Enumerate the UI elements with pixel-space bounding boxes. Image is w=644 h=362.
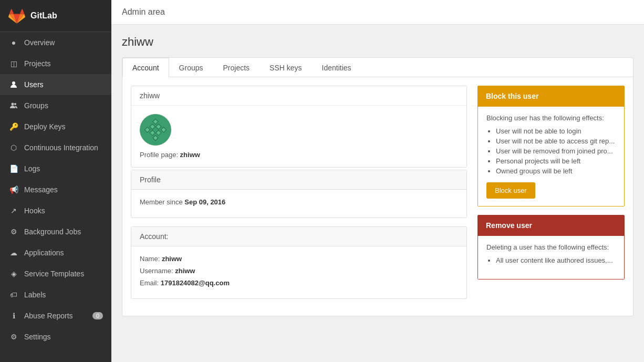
account-panel-header: Account:	[131, 227, 466, 246]
block-effect-3: User will be removed from joined pro...	[496, 147, 616, 155]
profile-link-username: zhiww	[180, 151, 200, 159]
sidebar-item-hooks[interactable]: ↗ Hooks	[0, 200, 111, 221]
remove-user-description: Deleting a user has the following effect…	[486, 243, 616, 251]
remove-user-panel: Remove user Deleting a user has the foll…	[477, 215, 625, 280]
block-user-panel-body: Blocking user has the following effects:…	[477, 107, 625, 206]
sidebar-item-label: Applications	[24, 249, 103, 257]
sidebar: GitLab ● Overview ◫ Projects Users Group…	[0, 0, 111, 362]
profile-panel-body: Member since Sep 09, 2016	[131, 190, 466, 218]
profile-panel-header: Profile	[131, 170, 466, 190]
sidebar-item-label: Overview	[24, 38, 103, 47]
labels-icon: 🏷	[8, 289, 19, 300]
user-avatar	[140, 114, 171, 146]
sidebar-item-label: Logs	[24, 164, 103, 173]
remove-user-panel-body: Deleting a user has the following effect…	[477, 236, 625, 280]
tabs-bar: Account Groups Projects SSH keys Identit…	[122, 58, 633, 77]
page-header: Admin area	[111, 0, 644, 25]
background-jobs-icon: ⚙	[8, 226, 19, 237]
sidebar-item-label: Deploy Keys	[24, 122, 103, 131]
sidebar-item-label: Continuous Integration	[24, 143, 103, 152]
ci-icon: ⬡	[8, 142, 19, 153]
block-user-effects-list: User will not be able to login User will…	[496, 127, 616, 175]
abuse-reports-badge: 0	[92, 312, 103, 319]
service-templates-icon: ◈	[8, 268, 19, 279]
tab-account[interactable]: Account	[122, 58, 169, 77]
tab-groups[interactable]: Groups	[169, 58, 213, 77]
svg-point-0	[12, 81, 15, 85]
deploy-keys-icon: 🔑	[8, 121, 19, 132]
sidebar-item-background-jobs[interactable]: ⚙ Background Jobs	[0, 221, 111, 242]
block-user-panel: Block this user Blocking user has the fo…	[477, 86, 625, 206]
block-effect-5: Owned groups will be left	[496, 167, 616, 175]
member-since-date: Sep 09, 2016	[184, 198, 225, 206]
sidebar-item-labels[interactable]: 🏷 Labels	[0, 284, 111, 305]
sidebar-item-label: Settings	[24, 333, 103, 341]
account-panel: Account: Name: zhiww Username: zhiww Ema…	[131, 226, 467, 299]
two-col-layout: zhiww	[131, 86, 625, 307]
block-user-button[interactable]: Block user	[486, 182, 535, 199]
member-since: Member since Sep 09, 2016	[140, 198, 458, 206]
left-column: zhiww	[131, 86, 467, 307]
sidebar-item-projects[interactable]: ◫ Projects	[0, 53, 111, 74]
profile-link-text: Profile page:	[140, 151, 180, 159]
sidebar-item-logs[interactable]: 📄 Logs	[0, 158, 111, 179]
main-content: Admin area zhiww Account Groups Projects…	[111, 0, 644, 362]
username-value: zhiww	[175, 267, 195, 275]
logs-icon: 📄	[8, 163, 19, 174]
right-column: Block this user Blocking user has the fo…	[477, 86, 625, 307]
sidebar-item-overview[interactable]: ● Overview	[0, 32, 111, 53]
sidebar-header: GitLab	[0, 0, 111, 32]
tab-projects[interactable]: Projects	[213, 58, 260, 77]
sidebar-item-label: Labels	[24, 291, 103, 299]
svg-point-2	[14, 103, 16, 105]
remove-effect-1: All user content like authored issues,..…	[496, 256, 616, 264]
block-user-panel-header: Block this user	[477, 86, 625, 107]
settings-icon: ⚙	[8, 332, 19, 342]
sidebar-item-ci[interactable]: ⬡ Continuous Integration	[0, 137, 111, 158]
sidebar-item-label: Service Templates	[24, 270, 103, 278]
profile-panel: Profile Member since Sep 09, 2016	[131, 170, 467, 218]
user-info-block: zhiww	[131, 86, 467, 168]
email-label: Email:	[140, 279, 161, 287]
sidebar-item-messages[interactable]: 📢 Messages	[0, 179, 111, 200]
user-title: zhiww	[122, 35, 633, 49]
tab-content-account: zhiww	[122, 77, 633, 316]
overview-icon: ●	[8, 37, 19, 48]
sidebar-item-applications[interactable]: ☁ Applications	[0, 242, 111, 263]
sidebar-item-service-templates[interactable]: ◈ Service Templates	[0, 263, 111, 284]
account-panel-body: Name: zhiww Username: zhiww Email: 17918…	[131, 246, 466, 298]
users-icon	[8, 79, 19, 90]
profile-link[interactable]: Profile page: zhiww	[140, 151, 458, 159]
abuse-reports-icon: ℹ	[8, 311, 19, 321]
sidebar-item-users[interactable]: Users	[0, 74, 111, 95]
tab-identities[interactable]: Identities	[312, 58, 361, 77]
sidebar-item-abuse-reports[interactable]: ℹ Abuse Reports 0	[0, 305, 111, 326]
block-effect-1: User will not be able to login	[496, 127, 616, 135]
sidebar-item-label: Messages	[24, 185, 103, 194]
username-field: Username: zhiww	[140, 267, 458, 275]
sidebar-item-groups[interactable]: Groups	[0, 95, 111, 116]
remove-user-panel-header: Remove user	[477, 215, 625, 236]
sidebar-item-label: Projects	[24, 59, 103, 68]
sidebar-app-title: GitLab	[30, 11, 57, 20]
email-value: 1791824082@qq.com	[161, 279, 230, 287]
block-user-description: Blocking user has the following effects:	[486, 114, 616, 122]
tabs-wrapper: Account Groups Projects SSH keys Identit…	[122, 57, 633, 316]
user-name-bar: zhiww	[131, 86, 466, 106]
block-effect-4: Personal projects will be left	[496, 157, 616, 165]
sidebar-item-settings[interactable]: ⚙ Settings	[0, 326, 111, 347]
applications-icon: ☁	[8, 247, 19, 258]
sidebar-item-deploy-keys[interactable]: 🔑 Deploy Keys	[0, 116, 111, 137]
messages-icon: 📢	[8, 184, 19, 195]
sidebar-item-label: Abuse Reports	[24, 312, 92, 320]
content-area: zhiww Account Groups Projects SSH keys I…	[111, 25, 644, 362]
name-field: Name: zhiww	[140, 255, 458, 263]
sidebar-item-label: Users	[24, 80, 103, 89]
username-label: Username:	[140, 267, 175, 275]
sidebar-item-label: Background Jobs	[24, 227, 103, 236]
email-field: Email: 1791824082@qq.com	[140, 279, 458, 287]
projects-icon: ◫	[8, 58, 19, 69]
name-value: zhiww	[162, 255, 182, 263]
admin-area-title: Admin area	[122, 7, 165, 16]
tab-ssh-keys[interactable]: SSH keys	[259, 58, 311, 77]
